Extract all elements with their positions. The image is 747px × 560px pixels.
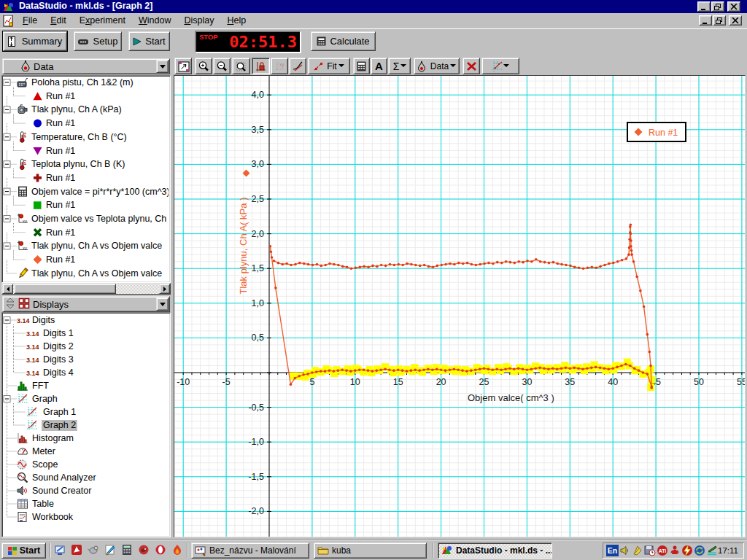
display-child-label[interactable]: Graph 1: [43, 407, 76, 417]
smart-tool-button[interactable]: [252, 58, 270, 74]
red-agent-tray-icon[interactable]: [669, 545, 681, 556]
document-icon[interactable]: [3, 15, 15, 29]
display-child-label[interactable]: Digits 4: [43, 368, 74, 378]
slope-tool-button[interactable]: [289, 58, 306, 74]
language-indicator[interactable]: En: [606, 545, 619, 556]
summary-button[interactable]: Summary: [3, 31, 67, 51]
displays-dropdown-button[interactable]: [156, 298, 169, 311]
display-item-label[interactable]: Digits: [32, 315, 55, 325]
zoom-out-button[interactable]: [213, 58, 231, 74]
xy-tool-button[interactable]: xy: [271, 58, 288, 74]
start-button-toolbar[interactable]: Start: [128, 31, 170, 51]
zoom-in-button[interactable]: [195, 58, 212, 74]
data-panel-header[interactable]: Data: [2, 58, 170, 74]
menu-help[interactable]: Help: [220, 13, 252, 29]
task-button-2[interactable]: kuba: [314, 542, 427, 559]
display-item-label[interactable]: Scope: [32, 459, 58, 470]
ati-tray-icon[interactable]: ATi: [657, 545, 668, 556]
calculate-button[interactable]: Calculate: [311, 31, 376, 51]
task-button-1[interactable]: Bez_názvu - Malování: [191, 542, 309, 559]
delete-button[interactable]: [462, 58, 480, 74]
data-menu-button[interactable]: Data: [414, 58, 460, 74]
speaker-tray-icon[interactable]: [619, 545, 631, 556]
display-item-label[interactable]: Graph: [32, 394, 58, 404]
run-label[interactable]: Run #1: [46, 146, 75, 156]
minimize-button[interactable]: [697, 1, 711, 12]
show-desktop-quicklaunch-icon[interactable]: [54, 544, 67, 557]
dragon-quicklaunch-icon[interactable]: [138, 544, 151, 557]
display-child-label[interactable]: Digits 3: [43, 354, 74, 365]
data-dropdown-button[interactable]: [156, 60, 169, 73]
child-close-button[interactable]: [729, 15, 742, 26]
menu-window[interactable]: Window: [132, 13, 177, 29]
run-label[interactable]: Run #1: [46, 91, 75, 101]
child-restore-button[interactable]: [713, 15, 726, 26]
run-label[interactable]: Run #1: [46, 200, 75, 210]
display-item-label[interactable]: Histogram: [32, 433, 74, 443]
display-item-label[interactable]: Meter: [32, 446, 55, 456]
calculator-app-quicklaunch-icon[interactable]: [121, 544, 134, 557]
graph-canvas[interactable]: -10-5510152025303540455055-2,0-1,5-1,0-0…: [174, 75, 746, 537]
setup-button[interactable]: Setup: [74, 31, 122, 51]
display-child-label[interactable]: Digits 1: [43, 328, 74, 338]
calculator-button[interactable]: [353, 58, 370, 74]
display-item-label[interactable]: Sound Creator: [32, 486, 91, 496]
run-label[interactable]: Run #1: [46, 254, 75, 265]
taskbar-clock[interactable]: 17:11: [718, 546, 738, 555]
run-label[interactable]: Run #1: [46, 118, 75, 128]
displays-panel-header[interactable]: Displays: [2, 296, 170, 312]
close-button[interactable]: [727, 1, 740, 12]
bird-quicklaunch-icon[interactable]: [88, 544, 101, 557]
sync-arrows-tray-icon[interactable]: [694, 545, 705, 556]
run-label[interactable]: Run #1: [46, 228, 75, 238]
menu-experiment[interactable]: Experiment: [73, 13, 132, 29]
zoom-select-button[interactable]: [232, 58, 250, 74]
data-item-label[interactable]: Objem valce = pi*r*r*y*100 (cm^3): [31, 187, 169, 197]
menu-file[interactable]: File: [16, 13, 44, 29]
menu-display[interactable]: Display: [177, 13, 220, 29]
taskbar-start-button[interactable]: Start: [1, 542, 46, 559]
data-item-label[interactable]: Teplota plynu, Ch B (K): [31, 159, 125, 169]
display-child-label[interactable]: Graph 2: [43, 420, 76, 430]
ink-pen-quicklaunch-icon[interactable]: [104, 544, 117, 557]
display-child-label[interactable]: Digits 2: [43, 341, 74, 351]
disk-clock-tray-icon[interactable]: [644, 545, 656, 556]
legend[interactable]: Run #1: [627, 122, 686, 141]
data-item-label[interactable]: Tlak plynu, Ch A vs Objem valce: [31, 268, 162, 279]
scale-to-fit-button[interactable]: [174, 58, 192, 74]
x-axis-title[interactable]: Objem valce( cm^3 ): [468, 392, 554, 403]
data-item-label[interactable]: Poloha pistu, Ch 1&2 (m): [31, 77, 133, 88]
display-item-label[interactable]: FFT: [32, 381, 49, 391]
data-tree-hscrollbar[interactable]: [1, 283, 171, 295]
data-item-label[interactable]: Tlak plynu, Ch A (kPa): [31, 104, 122, 114]
y-axis-title[interactable]: Tlak plynu, Ch A( kPa ): [238, 198, 249, 295]
data-item-label[interactable]: Temperature, Ch B (°C): [31, 132, 127, 142]
display-item-label[interactable]: Sound Analyzer: [32, 472, 96, 483]
data-item-label[interactable]: Objem valce vs Teplota plynu, Ch: [31, 214, 166, 224]
splitter-grip-icon[interactable]: [5, 298, 15, 311]
scroll-right-button[interactable]: [159, 284, 170, 294]
pen-lines-tray-icon[interactable]: [706, 545, 718, 556]
task-button-3[interactable]: DataStudio - mkl.ds - ...: [438, 542, 552, 559]
display-item-label[interactable]: Workbook: [32, 512, 74, 522]
graph-settings-button[interactable]: [481, 58, 519, 74]
yellow-tool-tray-icon[interactable]: [632, 545, 643, 556]
displays-tree[interactable]: 3.14Digits3.14Digits 13.14Digits 23.14Di…: [1, 312, 171, 537]
data-item-label[interactable]: Tlak plynu, Ch A vs Objem valce: [31, 241, 162, 251]
opera-quicklaunch-icon[interactable]: [155, 544, 168, 557]
scroll-left-button[interactable]: [2, 284, 13, 294]
fit-menu-button[interactable]: Fit: [308, 58, 350, 74]
scrollbar-thumb[interactable]: [14, 284, 116, 294]
flame-quicklaunch-icon[interactable]: [171, 544, 185, 557]
run-label[interactable]: Run #1: [46, 173, 75, 183]
restore-button[interactable]: [711, 1, 724, 12]
statistics-button[interactable]: Σ: [388, 58, 411, 74]
text-annotation-button[interactable]: A: [371, 58, 387, 74]
lightning-tray-icon[interactable]: [681, 545, 693, 556]
menu-edit[interactable]: Edit: [44, 13, 73, 29]
data-tree[interactable]: Poloha pistu, Ch 1&2 (m)Run #1Tlak plynu…: [1, 75, 171, 283]
display-item-label[interactable]: Table: [32, 499, 54, 509]
acrobat-quicklaunch-icon[interactable]: [71, 544, 84, 557]
svg-text:xy: xy: [23, 246, 27, 250]
child-minimize-button[interactable]: [699, 15, 712, 26]
